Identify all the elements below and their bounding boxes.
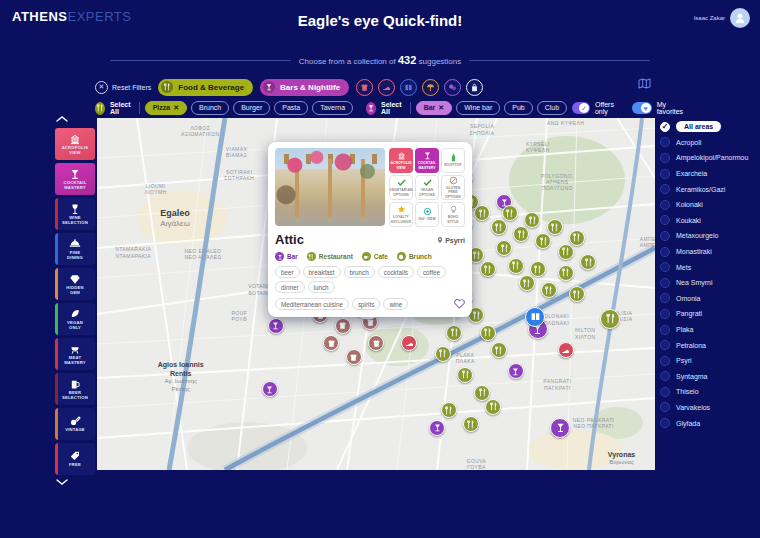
experience-tile-hidden-gem[interactable]: HIDDENGEM xyxy=(55,268,95,300)
area-filter-keramikos-gazi[interactable]: Keramikos/Gazi xyxy=(660,181,756,197)
area-filter-glyfada[interactable]: Glyfada xyxy=(660,415,756,431)
filter-chip-brunch[interactable]: Brunch xyxy=(191,101,229,115)
area-filter-nea-smyrni[interactable]: Nea Smyrni xyxy=(660,275,756,291)
area-checkbox[interactable] xyxy=(660,215,670,225)
experience-tile-wine-selection[interactable]: WINESELECTION xyxy=(55,198,95,230)
map-marker-shoe[interactable] xyxy=(401,335,417,351)
area-checkbox[interactable] xyxy=(660,309,670,319)
area-checkbox[interactable] xyxy=(660,340,670,350)
map-marker-food[interactable] xyxy=(580,254,596,270)
area-filter-exarcheia[interactable]: Exarcheia xyxy=(660,166,756,182)
filter-chip-pizza[interactable]: Pizza✕ xyxy=(145,101,187,115)
map-marker-bar[interactable] xyxy=(262,381,278,397)
map-marker-shoe[interactable] xyxy=(558,342,574,358)
map-marker-food[interactable] xyxy=(569,286,585,302)
user-menu[interactable]: Isaac Zakar xyxy=(694,8,750,28)
area-checkbox[interactable] xyxy=(660,137,670,147)
offers-toggle-track[interactable]: ✓ xyxy=(572,102,590,114)
area-checkbox[interactable] xyxy=(660,184,670,194)
map-marker-food[interactable] xyxy=(535,233,551,249)
experience-tile-cocktail-mastery[interactable]: COCKTAILMASTERY xyxy=(55,163,95,195)
experience-tile-vegan-only[interactable]: VEGANONLY xyxy=(55,303,95,335)
athens-map[interactable]: ΛΟΦΟΣΑΞΙΩΜΑΤΙΚΩΝVIAMAXΒΙΑΜΑΞSOTIRAKIΣΩΤΗ… xyxy=(97,118,655,470)
map-marker-food[interactable] xyxy=(558,244,574,260)
filter-chip-bar[interactable]: Bar✕ xyxy=(416,101,453,115)
map-marker-bar[interactable] xyxy=(508,363,524,379)
map-marker-food[interactable] xyxy=(485,399,501,415)
area-filter-varvakeios[interactable]: Varvakeios xyxy=(660,400,756,416)
bars-nightlife-filter-pill[interactable]: Bars & Nightlife xyxy=(260,79,349,96)
area-filter-thiseio[interactable]: Thiseio xyxy=(660,384,756,400)
map-marker-food[interactable] xyxy=(508,258,524,274)
area-filter-plaka[interactable]: Plaka xyxy=(660,322,756,338)
area-checkbox[interactable] xyxy=(660,418,670,428)
map-marker-food[interactable] xyxy=(519,275,535,291)
experience-tile-meat-mastery[interactable]: MEATMASTERY xyxy=(55,338,95,370)
area-checkbox[interactable] xyxy=(660,293,670,303)
map-marker-food[interactable] xyxy=(541,282,557,298)
area-filter-all-areas[interactable]: ✓All areas xyxy=(660,119,756,135)
map-marker-food[interactable] xyxy=(600,309,620,329)
map-marker-food[interactable] xyxy=(524,212,540,228)
map-marker-food[interactable] xyxy=(530,261,546,277)
area-checkbox[interactable] xyxy=(660,278,670,288)
user-avatar-icon[interactable] xyxy=(730,8,750,28)
area-checkbox[interactable] xyxy=(660,387,670,397)
map-marker-food[interactable] xyxy=(502,205,518,221)
map-marker-food[interactable] xyxy=(491,342,507,358)
area-filter-koukaki[interactable]: Koukaki xyxy=(660,213,756,229)
filter-chip-wine-bar[interactable]: Wine bar xyxy=(456,101,500,115)
favorite-heart-button[interactable] xyxy=(454,299,465,309)
experience-tile-fine-dining[interactable]: FINEDINING xyxy=(55,233,95,265)
sidebar-scroll-up-button[interactable] xyxy=(55,115,95,125)
map-marker-shop[interactable] xyxy=(346,349,362,365)
my-favorites-toggle[interactable]: ♥ My favorites xyxy=(632,101,687,115)
offers-only-toggle[interactable]: ✓ Offers only xyxy=(572,101,620,115)
category-apparel-button[interactable] xyxy=(356,79,373,96)
filter-chip-pasta[interactable]: Pasta xyxy=(274,101,308,115)
food-select-all-button[interactable]: Select All xyxy=(110,101,134,115)
map-marker-food[interactable] xyxy=(480,261,496,277)
map-marker-book[interactable] xyxy=(525,307,545,327)
area-checkbox[interactable] xyxy=(660,325,670,335)
close-icon[interactable]: ✕ xyxy=(438,104,444,111)
sidebar-scroll-down-button[interactable] xyxy=(55,478,95,488)
map-marker-food[interactable] xyxy=(496,240,512,256)
area-filter-omonia[interactable]: Omonia xyxy=(660,291,756,307)
map-marker-shop[interactable] xyxy=(368,335,384,351)
map-marker-bar[interactable] xyxy=(550,418,570,438)
map-marker-food[interactable] xyxy=(569,230,585,246)
area-filter-pangrati[interactable]: Pangrati xyxy=(660,306,756,322)
area-checkbox[interactable] xyxy=(660,356,670,366)
map-marker-food[interactable] xyxy=(480,325,496,341)
area-checkbox[interactable] xyxy=(660,200,670,210)
map-marker-bar[interactable] xyxy=(429,420,445,436)
map-marker-food[interactable] xyxy=(558,265,574,281)
category-entertainment-button[interactable] xyxy=(444,79,461,96)
map-marker-food[interactable] xyxy=(441,402,457,418)
area-checkbox[interactable] xyxy=(660,247,670,257)
area-checkbox[interactable] xyxy=(660,402,670,412)
area-filter-syntagma[interactable]: Syntagma xyxy=(660,369,756,385)
map-marker-bar[interactable] xyxy=(268,318,284,334)
filter-chip-club[interactable]: Club xyxy=(537,101,567,115)
reset-filters-button[interactable]: ✕ Reset Filters xyxy=(95,81,151,94)
category-beach-button[interactable] xyxy=(422,79,439,96)
area-filter-metaxourgeio[interactable]: Metaxourgeio xyxy=(660,228,756,244)
map-marker-food[interactable] xyxy=(474,205,490,221)
area-filter-ampelokipoi-panormou[interactable]: Ampelokipoi/Panormou xyxy=(660,150,756,166)
map-marker-food[interactable] xyxy=(547,219,563,235)
area-filter-monastiraki[interactable]: Monastiraki xyxy=(660,244,756,260)
filter-chip-burger[interactable]: Burger xyxy=(233,101,270,115)
area-filter-kolonaki[interactable]: Kolonaki xyxy=(660,197,756,213)
map-marker-food[interactable] xyxy=(491,219,507,235)
category-shoes-button[interactable] xyxy=(378,79,395,96)
experience-tile-free[interactable]: FREE xyxy=(55,443,95,475)
close-icon[interactable]: ✕ xyxy=(173,104,179,111)
map-marker-food[interactable] xyxy=(457,367,473,383)
map-marker-food[interactable] xyxy=(435,346,451,362)
favorites-toggle-track[interactable]: ♥ xyxy=(632,102,652,114)
area-filter-mets[interactable]: Mets xyxy=(660,259,756,275)
map-icon[interactable] xyxy=(638,78,651,89)
map-marker-shop[interactable] xyxy=(323,335,339,351)
